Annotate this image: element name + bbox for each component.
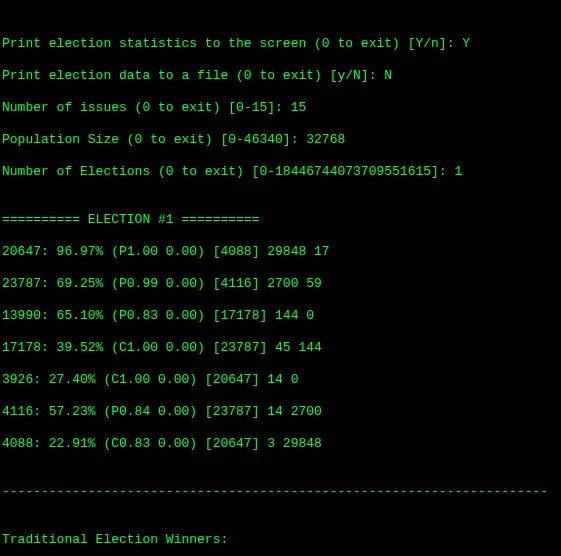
prompt-print-screen: Print election statistics to the screen … bbox=[2, 36, 559, 52]
prompt-pop-size: Population Size (0 to exit) [0-46340]: 3… bbox=[2, 132, 559, 148]
traditional-title: Traditional Election Winners: bbox=[2, 532, 559, 548]
prompt-num-issues: Number of issues (0 to exit) [0-15]: 15 bbox=[2, 100, 559, 116]
raw-row: 3926: 27.40% (C1.00 0.00) [20647] 14 0 bbox=[2, 372, 559, 388]
raw-row: 13990: 65.10% (P0.83 0.00) [17178] 144 0 bbox=[2, 308, 559, 324]
prompt-num-elections: Number of Elections (0 to exit) [0-18446… bbox=[2, 164, 559, 180]
raw-row: 20647: 96.97% (P1.00 0.00) [4088] 29848 … bbox=[2, 244, 559, 260]
raw-row: 17178: 39.52% (C1.00 0.00) [23787] 45 14… bbox=[2, 340, 559, 356]
separator: ----------------------------------------… bbox=[2, 484, 559, 500]
raw-row: 4088: 22.91% (C0.83 0.00) [20647] 3 2984… bbox=[2, 436, 559, 452]
raw-row: 23787: 69.25% (P0.99 0.00) [4116] 2700 5… bbox=[2, 276, 559, 292]
election-header: ========== ELECTION #1 ========== bbox=[2, 212, 559, 228]
raw-row: 4116: 57.23% (P0.84 0.00) [23787] 14 270… bbox=[2, 404, 559, 420]
prompt-print-file: Print election data to a file (0 to exit… bbox=[2, 68, 559, 84]
